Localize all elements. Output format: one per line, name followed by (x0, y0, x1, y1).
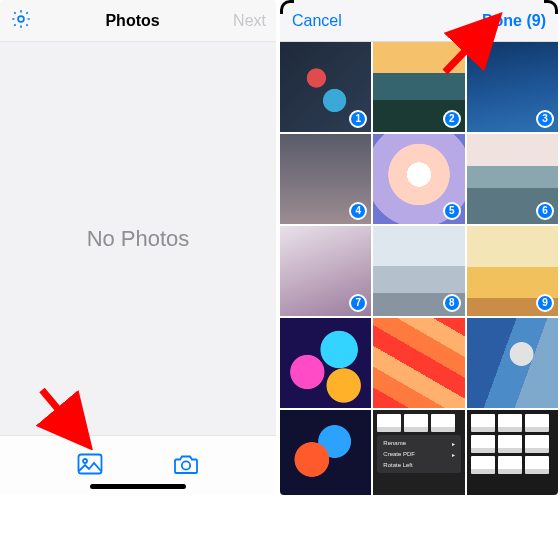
corner-decoration (544, 0, 558, 14)
camera-icon[interactable] (173, 453, 199, 478)
svg-point-2 (83, 459, 87, 463)
photo-thumb[interactable]: Rename▸ Create PDF▸ Rotate Left (373, 410, 464, 495)
home-indicator (90, 484, 186, 489)
photo-thumb[interactable]: 7 (280, 226, 371, 316)
photo-thumb[interactable]: 9 (467, 226, 558, 316)
left-header: Photos Next (0, 0, 276, 42)
photo-thumb[interactable] (373, 318, 464, 408)
selection-badge: 9 (536, 294, 554, 312)
selection-badge: 1 (349, 110, 367, 128)
photo-thumb[interactable] (467, 410, 558, 495)
next-button[interactable]: Next (233, 12, 266, 30)
photo-thumb[interactable] (280, 410, 371, 495)
done-button[interactable]: Done (9) (482, 12, 546, 30)
photo-thumb[interactable]: 4 (280, 134, 371, 224)
selection-badge: 2 (443, 110, 461, 128)
photo-thumb[interactable]: 5 (373, 134, 464, 224)
photo-grid: 1 2 3 4 5 6 7 8 9 Rename▸ Create PDF▸ Ro… (280, 42, 558, 495)
selection-badge: 7 (349, 294, 367, 312)
photo-thumb[interactable]: 3 (467, 42, 558, 132)
empty-photos-screen: Photos Next No Photos (0, 0, 276, 495)
photo-thumb[interactable] (280, 318, 371, 408)
selection-badge: 4 (349, 202, 367, 220)
page-title: Photos (105, 12, 159, 30)
empty-state-text: No Photos (87, 226, 190, 252)
svg-point-0 (18, 16, 24, 22)
photo-thumb[interactable]: 6 (467, 134, 558, 224)
photo-thumb[interactable]: 2 (373, 42, 464, 132)
svg-point-3 (182, 461, 190, 469)
svg-rect-1 (79, 455, 102, 474)
gallery-icon[interactable] (77, 453, 103, 478)
photo-thumb[interactable] (467, 318, 558, 408)
photo-canvas: No Photos (0, 42, 276, 435)
picker-header: Cancel Done (9) (280, 0, 558, 42)
selection-badge: 8 (443, 294, 461, 312)
cancel-button[interactable]: Cancel (292, 12, 342, 30)
photo-thumb[interactable]: 1 (280, 42, 371, 132)
selection-badge: 5 (443, 202, 461, 220)
corner-decoration (280, 0, 294, 14)
selection-badge: 3 (536, 110, 554, 128)
photo-picker-screen: Cancel Done (9) 1 2 3 4 5 6 7 8 9 Rename… (280, 0, 558, 495)
selection-badge: 6 (536, 202, 554, 220)
photo-thumb[interactable]: 8 (373, 226, 464, 316)
gear-icon[interactable] (10, 8, 32, 33)
